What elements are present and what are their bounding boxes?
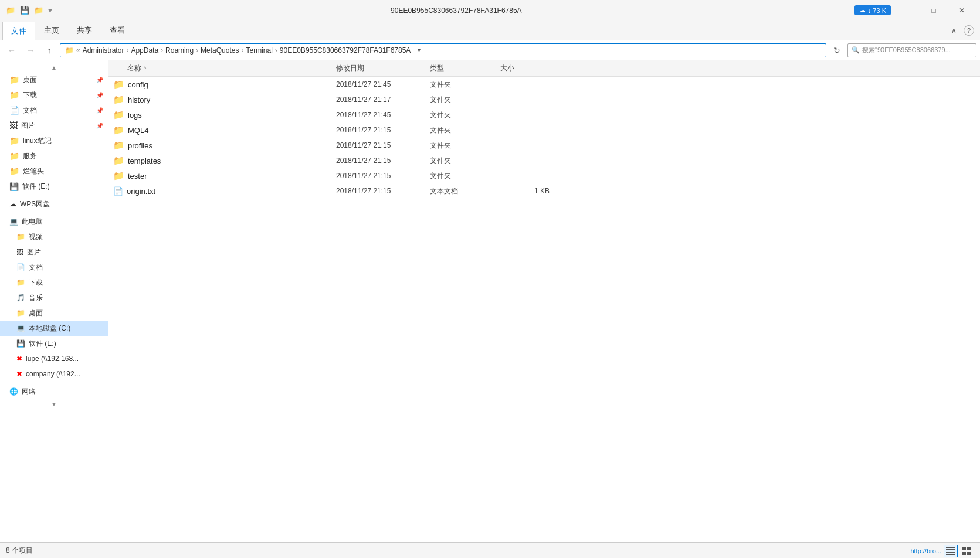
sidebar-item-service[interactable]: 📁 服务 xyxy=(0,148,108,164)
file-name-cell: 📁 profiles xyxy=(113,140,336,151)
file-date-cell: 2018/11/27 21:15 xyxy=(336,126,430,134)
path-terminal[interactable]: Terminal xyxy=(246,46,272,55)
file-list: 名称 ^ 修改日期 类型 大小 📁 config 2018/11/27 21:4… xyxy=(108,60,980,542)
table-row[interactable]: 📁 templates 2018/11/27 21:15 文件夹 xyxy=(108,153,980,168)
folder-pic-icon: 🖼 xyxy=(9,121,18,130)
ribbon-expand[interactable]: ∧ ? xyxy=(948,24,978,37)
folder-doc-icon: 📄 xyxy=(16,263,25,271)
sidebar-item-network-lupe[interactable]: ✖ lupe (\\192.168... xyxy=(0,351,108,366)
table-row[interactable]: 📁 logs 2018/11/27 21:45 文件夹 xyxy=(108,107,980,123)
tab-home[interactable]: 主页 xyxy=(35,21,68,40)
search-box[interactable]: 🔍 搜索"90EE0B955C83066379... xyxy=(847,43,976,57)
wps-badge[interactable]: ☁ ↓ 73 K xyxy=(854,5,891,15)
folder-pic-icon: 🖼 xyxy=(16,248,23,256)
table-row[interactable]: 📁 config 2018/11/27 21:45 文件夹 xyxy=(108,77,980,92)
sidebar-item-label: 本地磁盘 (C:) xyxy=(29,324,70,334)
sidebar-scroll-up[interactable]: ▲ xyxy=(0,63,108,72)
sidebar-item-network-company[interactable]: ✖ company (\\192... xyxy=(0,366,108,382)
sidebar-item-notes[interactable]: 📁 烂笔头 xyxy=(0,164,108,179)
col-header-size[interactable]: 大小 xyxy=(500,63,559,73)
table-row[interactable]: 📄 origin.txt 2018/11/27 21:15 文本文档 1 KB xyxy=(108,183,980,199)
sidebar-item-desktop[interactable]: 📁 桌面 📌 xyxy=(0,72,108,87)
sidebar-item-e-drive[interactable]: 💾 软件 (E:) xyxy=(0,336,108,351)
file-type-cell: 文本文档 xyxy=(430,186,500,196)
minimize-button[interactable]: ─ xyxy=(892,0,919,21)
sidebar-scroll-down[interactable]: ▼ xyxy=(0,399,108,409)
sidebar-item-dl[interactable]: 📁 下载 xyxy=(0,275,108,290)
svg-rect-7 xyxy=(967,552,971,555)
table-row[interactable]: 📁 MQL4 2018/11/27 21:15 文件夹 xyxy=(108,123,980,138)
title-bar: 📁 💾 📁 ▼ 90EE0B955C830663792F78FA31F6785A… xyxy=(0,0,980,21)
file-type-cell: 文件夹 xyxy=(430,95,500,105)
pin-icon[interactable]: 📌 xyxy=(96,92,103,98)
table-row[interactable]: 📁 history 2018/11/27 21:17 文件夹 xyxy=(108,92,980,107)
svg-rect-1 xyxy=(946,549,955,550)
folder-yellow-icon: 📁 xyxy=(9,90,19,100)
sidebar-item-dsk[interactable]: 📁 桌面 xyxy=(0,305,108,321)
drive-e-icon: 💾 xyxy=(16,339,25,348)
table-row[interactable]: 📁 profiles 2018/11/27 21:15 文件夹 xyxy=(108,138,980,153)
view-large-icons-button[interactable] xyxy=(960,545,974,557)
status-link: http://bro... xyxy=(910,547,941,554)
search-placeholder: 搜索"90EE0B955C83066379... xyxy=(862,46,951,55)
sidebar-item-network[interactable]: 🌐 网络 xyxy=(0,384,108,399)
sidebar-item-docs[interactable]: 📄 文档 📌 xyxy=(0,103,108,118)
tab-file[interactable]: 文件 xyxy=(2,22,35,40)
refresh-button[interactable]: ↻ xyxy=(829,42,845,59)
sidebar-item-label: 软件 (E:) xyxy=(22,182,50,192)
sidebar-item-music[interactable]: 🎵 音乐 xyxy=(0,290,108,305)
tab-share[interactable]: 共享 xyxy=(68,21,101,40)
sidebar-item-label: 文档 xyxy=(23,106,37,115)
drive-c-icon: 💻 xyxy=(16,324,25,332)
svg-rect-2 xyxy=(946,552,955,553)
view-details-button[interactable] xyxy=(944,545,958,557)
file-name-text: tester xyxy=(128,172,147,181)
title-folder2-icon[interactable]: 📁 xyxy=(33,5,45,16)
path-folder-icon: 📁 xyxy=(65,46,74,55)
up-button[interactable]: ↑ xyxy=(41,42,57,59)
tab-view[interactable]: 查看 xyxy=(101,21,134,40)
file-type-cell: 文件夹 xyxy=(430,171,500,181)
sidebar-item-this-pc[interactable]: 💻 此电脑 xyxy=(0,214,108,229)
status-bar: 8 个项目 http://bro... xyxy=(0,542,980,558)
computer-icon: 💻 xyxy=(9,217,18,226)
file-name-cell: 📄 origin.txt xyxy=(113,186,336,196)
sidebar-item-doc[interactable]: 📄 文档 xyxy=(0,260,108,275)
file-rows-container: 📁 config 2018/11/27 21:45 文件夹 📁 history … xyxy=(108,77,980,199)
title-icons: 📁 💾 📁 ▼ xyxy=(5,5,53,16)
maximize-button[interactable]: □ xyxy=(920,0,947,21)
help-icon[interactable]: ? xyxy=(964,25,974,36)
save-icon[interactable]: 💾 xyxy=(19,5,30,16)
sidebar-item-c-drive[interactable]: 💻 本地磁盘 (C:) xyxy=(0,321,108,336)
sidebar-item-download[interactable]: 📁 下载 📌 xyxy=(0,87,108,103)
path-appdata[interactable]: AppData xyxy=(131,46,158,55)
col-header-type[interactable]: 类型 xyxy=(430,63,500,73)
path-administrator[interactable]: Administrator xyxy=(83,46,124,55)
folder-icon[interactable]: 📁 xyxy=(5,5,16,16)
col-header-date[interactable]: 修改日期 xyxy=(336,63,430,73)
main-layout: ▲ 📁 桌面 📌 📁 下载 📌 📄 文档 📌 🖼 图片 📌 📁 linux笔记 xyxy=(0,60,980,542)
sidebar-item-wps[interactable]: ☁ WPS网盘 xyxy=(0,196,108,212)
pin-icon[interactable]: 📌 xyxy=(96,123,103,129)
col-header-name[interactable]: 名称 ^ xyxy=(113,63,336,73)
pin-icon[interactable]: 📌 xyxy=(96,107,103,114)
close-button[interactable]: ✕ xyxy=(948,0,975,21)
window-title: 90EE0B955C830663792F78FA31F6785A xyxy=(58,6,854,15)
sidebar-item-software-e[interactable]: 💾 软件 (E:) xyxy=(0,179,108,194)
path-roaming[interactable]: Roaming xyxy=(165,46,194,55)
folder-yellow-icon: 📁 xyxy=(113,94,124,105)
sidebar-item-pic[interactable]: 🖼 图片 xyxy=(0,244,108,260)
path-folder-id[interactable]: 90EE0B955C830663792F78FA31F6785A xyxy=(280,46,411,55)
address-dropdown[interactable]: ▾ xyxy=(413,43,425,57)
path-metaquotes[interactable]: MetaQuotes xyxy=(201,46,239,55)
folder-yellow-icon: 📁 xyxy=(113,171,124,181)
sidebar-item-linux[interactable]: 📁 linux笔记 xyxy=(0,133,108,148)
sidebar-item-pictures[interactable]: 🖼 图片 📌 xyxy=(0,118,108,133)
address-path[interactable]: 📁 « Administrator › AppData › Roaming › … xyxy=(60,43,826,57)
table-row[interactable]: 📁 tester 2018/11/27 21:15 文件夹 xyxy=(108,168,980,183)
sidebar-item-label: 下载 xyxy=(23,90,37,100)
file-date-cell: 2018/11/27 21:15 xyxy=(336,187,430,195)
folder-yellow-icon: 📁 xyxy=(16,233,25,241)
sidebar-item-video[interactable]: 📁 视频 xyxy=(0,229,108,244)
pin-icon[interactable]: 📌 xyxy=(96,77,103,83)
